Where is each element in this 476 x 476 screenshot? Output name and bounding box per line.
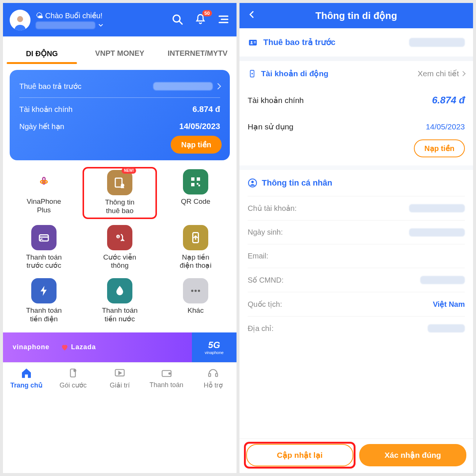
phone-icon [248, 69, 257, 78]
info-row-dob: Ngày sinh: [248, 220, 465, 244]
qr-code-icon [183, 169, 208, 194]
account-card[interactable]: Thuê bao trả trước Tài khoản chính 6.874… [10, 70, 230, 160]
plan-section-header: Thuê bao trả trước [239, 28, 473, 61]
prepay-icon [31, 225, 57, 250]
service-water[interactable]: Thanh toántiền nước [83, 276, 157, 326]
menu-icon[interactable] [217, 13, 230, 27]
update-button[interactable]: Cập nhật lại [246, 444, 353, 466]
nationality-value: Việt Nam [433, 300, 465, 309]
topup-phone-icon [183, 225, 208, 250]
support-icon [207, 367, 219, 379]
home-screen: 🌤 Chào Buổi chiều! 50 DI ĐỘNG [3, 3, 237, 473]
svg-point-14 [191, 290, 193, 292]
header: 🌤 Chào Buổi chiều! 50 [3, 3, 237, 36]
subscriber-info-icon: NEW! [107, 170, 132, 195]
notification-icon[interactable]: 50 [194, 13, 207, 27]
svg-rect-4 [191, 177, 194, 181]
topup-button[interactable]: Nạp tiền [414, 139, 465, 157]
avatar[interactable] [10, 10, 30, 30]
svg-rect-6 [191, 183, 194, 186]
main-balance-value: 6.874 đ [192, 104, 220, 114]
svg-rect-5 [197, 177, 200, 181]
service-electricity[interactable]: Thanh toántiền điện [7, 276, 81, 326]
service-prepay[interactable]: Thanh toántrước cước [7, 223, 81, 273]
account-section-header[interactable]: Tài khoản di động Xem chi tiết [248, 61, 465, 86]
entertainment-icon [114, 367, 126, 379]
new-badge: NEW! [122, 168, 136, 174]
tab-mobile[interactable]: DI ĐỘNG [3, 44, 81, 63]
main-balance-value: 6.874 đ [432, 94, 465, 106]
svg-point-16 [198, 290, 200, 292]
plan-icon [67, 367, 79, 379]
vinaphone-plus-icon [31, 169, 57, 194]
tab-vnpt-money[interactable]: VNPT MONEY [81, 44, 158, 63]
greeting: 🌤 Chào Buổi chiều! [36, 11, 166, 29]
home-icon [20, 367, 32, 379]
service-qr-code[interactable]: QR Code [158, 167, 233, 219]
services-grid: VinaPhonePlus NEW! Thông tinthuê bao QR … [3, 167, 237, 329]
chevron-right-icon [460, 71, 466, 76]
promo-5g: 5G vinaphone [192, 332, 237, 362]
nav-support[interactable]: Hỗ trợ [190, 367, 237, 389]
service-subscriber-info[interactable]: NEW! Thông tinthuê bao [83, 167, 157, 219]
detail-screen: Thông tin di động Thuê bao trả trước Tài… [239, 3, 473, 473]
promo-brand-vinaphone: vinaphone [13, 343, 49, 351]
notification-badge: 50 [202, 10, 212, 16]
expiry-label: Ngày hết hạn [19, 122, 64, 131]
promo-banner[interactable]: vinaphone Lazada 5G vinaphone [3, 332, 237, 362]
plan-label: Thuê bao trả trước [263, 38, 335, 47]
info-row-email: Email: [248, 244, 465, 268]
svg-point-21 [169, 373, 170, 374]
service-telecom-fee[interactable]: $ Cước viễnthông [83, 223, 157, 273]
svg-rect-7 [197, 183, 199, 185]
person-icon [248, 178, 257, 188]
bottom-nav: Trang chủ Gói cước Giải trí Thanh toán H… [3, 362, 237, 395]
svg-point-29 [251, 181, 254, 183]
search-icon[interactable] [171, 13, 184, 27]
username-blur [36, 22, 95, 29]
service-vinaphone-plus[interactable]: VinaPhonePlus [7, 167, 81, 219]
info-row-nationality: Quốc tịch: Việt Nam [248, 292, 465, 316]
telecom-fee-icon: $ [107, 225, 132, 250]
service-other[interactable]: Khác [158, 276, 233, 326]
heart-icon [61, 343, 69, 351]
promo-brand-lazada: Lazada [71, 343, 96, 351]
footer-buttons: Cập nhật lại Xác nhận đúng [239, 438, 473, 473]
nav-entertainment[interactable]: Giải trí [96, 367, 143, 389]
topup-button[interactable]: Nạp tiền [171, 136, 222, 154]
chevron-right-icon [215, 83, 221, 90]
svg-point-15 [194, 290, 197, 292]
svg-point-25 [251, 41, 253, 43]
main-balance-label: Tài khoản chính [19, 105, 73, 114]
payment-icon [161, 367, 173, 379]
phone-blur [409, 38, 465, 47]
svg-rect-8 [199, 185, 200, 187]
id-card-icon [248, 37, 258, 48]
electricity-icon [31, 278, 57, 303]
svg-rect-22 [209, 373, 210, 376]
svg-point-18 [74, 369, 76, 371]
plan-label: Thuê bao trả trước [19, 82, 81, 91]
svg-point-1 [173, 15, 180, 22]
tab-internet[interactable]: INTERNET/MYTV [159, 44, 237, 63]
main-balance-label: Tài khoản chính [248, 96, 304, 105]
svg-point-0 [17, 16, 23, 22]
detail-header: Thông tin di động [239, 3, 473, 28]
service-topup-phone[interactable]: Nạp tiềnđiện thoại [158, 223, 233, 273]
water-icon [107, 278, 132, 303]
svg-point-27 [251, 73, 253, 74]
view-detail-link[interactable]: Xem chi tiết [418, 69, 465, 78]
confirm-button[interactable]: Xác nhận đúng [359, 444, 466, 466]
tab-bar: DI ĐỘNG VNPT MONEY INTERNET/MYTV [3, 36, 237, 63]
nav-plans[interactable]: Gói cước [50, 367, 97, 389]
personal-section-header: Thông tin cá nhân [248, 170, 465, 196]
chevron-down-icon[interactable] [97, 22, 104, 29]
expiry-value: 14/05/2023 [426, 122, 465, 131]
back-button[interactable] [247, 10, 257, 22]
expiry-label: Hạn sử dụng [248, 122, 293, 131]
info-row-owner: Chủ tài khoản: [248, 196, 465, 220]
nav-home[interactable]: Trang chủ [3, 367, 50, 389]
phone-blur [153, 82, 213, 90]
nav-payment[interactable]: Thanh toán [143, 367, 190, 389]
greeting-text: Chào Buổi chiều! [45, 12, 103, 20]
